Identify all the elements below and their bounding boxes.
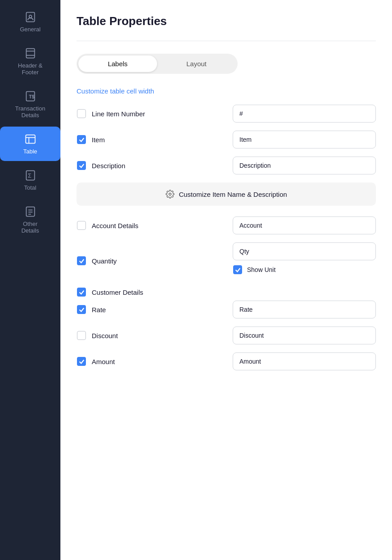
svg-point-1 xyxy=(29,15,32,18)
sidebar-item-other-details[interactable]: Other Details xyxy=(0,199,60,240)
checkbox-checked-quantity xyxy=(77,256,86,265)
checkbox-description[interactable] xyxy=(77,161,86,170)
sidebar: General Header & Footer T$ Transaction D… xyxy=(0,0,60,560)
input-item[interactable] xyxy=(233,131,376,148)
svg-text:Σ: Σ xyxy=(28,172,31,179)
show-unit-label: Show Unit xyxy=(247,266,276,273)
checkbox-checked-item xyxy=(77,135,86,144)
checkbox-checked-show-unit xyxy=(233,265,242,274)
input-description[interactable] xyxy=(233,157,376,174)
field-row-line-item-number: Line Item Number xyxy=(77,105,376,123)
field-row-description: Description xyxy=(77,157,376,174)
field-row-discount: Discount xyxy=(77,327,376,344)
field-row-customer-details: Customer Details xyxy=(77,287,376,297)
sidebar-item-general[interactable]: General xyxy=(0,4,60,39)
checkbox-item[interactable] xyxy=(77,135,86,144)
sidebar-item-header-footer[interactable]: Header & Footer xyxy=(0,41,60,82)
checkbox-checked-description xyxy=(77,161,86,170)
customize-cell-width-link[interactable]: Customize table cell width xyxy=(77,87,376,95)
tab-labels[interactable]: Labels xyxy=(78,55,157,72)
main-content: Table Properties Labels Layout Customize… xyxy=(60,0,392,560)
checkbox-amount[interactable] xyxy=(77,356,86,366)
field-row-account-details: Account Details xyxy=(77,216,376,234)
checkbox-customer-details[interactable] xyxy=(77,287,86,297)
svg-point-16 xyxy=(169,193,171,195)
tab-layout[interactable]: Layout xyxy=(157,55,236,72)
field-row-amount: Amount xyxy=(77,352,376,370)
checkbox-checked-amount xyxy=(77,357,86,366)
input-line-item-number[interactable] xyxy=(233,105,376,123)
checkbox-empty-discount xyxy=(77,331,86,340)
customize-item-name-btn[interactable]: Customize Item Name & Description xyxy=(77,182,376,206)
customize-item-btn-label: Customize Item Name & Description xyxy=(179,191,287,198)
svg-rect-7 xyxy=(26,135,35,144)
sidebar-item-table[interactable]: Table xyxy=(0,127,60,161)
label-amount: Amount xyxy=(92,358,115,365)
input-amount[interactable] xyxy=(233,352,376,370)
input-quantity[interactable] xyxy=(233,242,376,260)
label-discount: Discount xyxy=(92,332,118,339)
checkbox-account-details[interactable] xyxy=(77,221,86,230)
svg-rect-12 xyxy=(26,207,34,216)
checkbox-line-item-number[interactable] xyxy=(77,109,86,119)
gear-icon xyxy=(166,190,175,199)
checkbox-discount[interactable] xyxy=(77,331,86,340)
field-row-rate: Rate xyxy=(77,301,376,318)
checkbox-checked-customer xyxy=(77,288,86,297)
label-line-item-number: Line Item Number xyxy=(92,110,145,118)
input-rate[interactable] xyxy=(233,301,376,318)
checkbox-empty xyxy=(77,109,86,118)
tab-switcher: Labels Layout xyxy=(77,54,238,74)
divider xyxy=(77,41,376,41)
checkbox-rate[interactable] xyxy=(77,305,86,314)
label-quantity: Quantity xyxy=(92,257,117,265)
checkbox-empty-account xyxy=(77,221,86,230)
input-account-details[interactable] xyxy=(233,216,376,234)
svg-rect-2 xyxy=(26,49,34,58)
label-customer-details: Customer Details xyxy=(92,288,143,296)
svg-rect-0 xyxy=(26,13,34,22)
checkbox-quantity[interactable] xyxy=(77,256,86,266)
sidebar-item-transaction-details[interactable]: T$ Transaction Details xyxy=(0,84,60,125)
sidebar-item-total[interactable]: Σ Total xyxy=(0,163,60,197)
field-row-quantity: Quantity Show Unit xyxy=(77,242,376,279)
page-title: Table Properties xyxy=(77,14,376,28)
svg-text:T$: T$ xyxy=(29,94,34,99)
field-row-item: Item xyxy=(77,131,376,148)
label-rate: Rate xyxy=(92,306,106,314)
label-account-details: Account Details xyxy=(92,222,138,229)
label-item: Item xyxy=(92,136,105,144)
show-unit-row: Show Unit xyxy=(233,265,376,275)
label-description: Description xyxy=(92,162,125,170)
checkbox-show-unit[interactable] xyxy=(233,265,243,275)
input-discount[interactable] xyxy=(233,327,376,344)
checkbox-checked-rate xyxy=(77,305,86,314)
